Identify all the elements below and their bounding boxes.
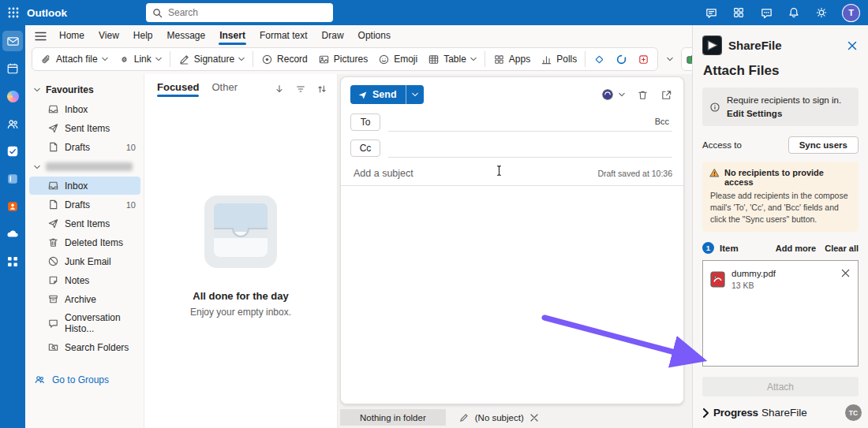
notebook-icon[interactable] bbox=[2, 169, 23, 189]
remove-file-icon[interactable] bbox=[841, 269, 850, 277]
close-draft-icon[interactable] bbox=[530, 414, 538, 422]
to-input[interactable]: Bcc bbox=[388, 113, 672, 132]
to-button[interactable]: To bbox=[350, 114, 380, 131]
attach-file-button[interactable]: Attach file bbox=[36, 50, 113, 69]
go-to-groups-link[interactable]: Go to Groups bbox=[29, 367, 140, 392]
my-templates-button[interactable] bbox=[589, 50, 610, 69]
footer-avatar: TC bbox=[845, 404, 862, 421]
calendar-icon[interactable] bbox=[2, 58, 23, 79]
tab-format-text[interactable]: Format text bbox=[253, 28, 315, 45]
sharefile-logo bbox=[702, 35, 722, 55]
onedrive-icon[interactable] bbox=[2, 224, 23, 244]
addin-button[interactable] bbox=[633, 50, 654, 69]
tab-home[interactable]: Home bbox=[52, 28, 92, 45]
search-input[interactable] bbox=[168, 7, 327, 18]
apps-grid-icon[interactable] bbox=[731, 6, 746, 20]
tab-focused[interactable]: Focused bbox=[157, 81, 199, 97]
folder-deleted-items[interactable]: Deleted Items bbox=[29, 233, 140, 251]
subject-input[interactable]: Add a subject bbox=[354, 168, 413, 179]
empty-inbox-illustration bbox=[203, 194, 279, 270]
link-icon bbox=[118, 54, 130, 65]
tab-view[interactable]: View bbox=[92, 28, 126, 45]
edit-settings-link[interactable]: Edit Settings bbox=[727, 107, 841, 121]
subject-row[interactable]: Add a subject Draft saved at 10:36 bbox=[341, 161, 683, 186]
empty-state: All done for the day Enjoy your empty in… bbox=[144, 101, 337, 428]
record-button[interactable]: Record bbox=[256, 50, 312, 69]
add-more-link[interactable]: Add more bbox=[776, 244, 816, 253]
sent-icon bbox=[47, 218, 59, 229]
folder-search-folders[interactable]: Search Folders bbox=[29, 338, 140, 356]
divider bbox=[253, 51, 253, 67]
folder-conversation-history[interactable]: Conversation Histo... bbox=[29, 309, 140, 337]
folder-inbox[interactable]: Inbox bbox=[29, 177, 140, 195]
favourites-header[interactable]: Favourites bbox=[29, 80, 140, 99]
polls-button[interactable]: Polls bbox=[536, 50, 582, 69]
settings-gear-icon[interactable] bbox=[814, 6, 829, 20]
tab-other[interactable]: Other bbox=[211, 81, 238, 97]
items-row: 1 Item Add more Clear all bbox=[702, 242, 859, 254]
sign-in-info-box: Require recipients to sign in. Edit Sett… bbox=[702, 87, 859, 126]
chat-icon[interactable] bbox=[704, 6, 718, 20]
favourite-drafts[interactable]: Drafts 10 bbox=[29, 138, 140, 156]
compose-toolbar: Send bbox=[341, 77, 683, 109]
link-button[interactable]: Link bbox=[114, 50, 166, 69]
sort-order-icon[interactable] bbox=[316, 84, 327, 95]
attach-button[interactable]: Attach bbox=[702, 377, 859, 396]
bcc-button[interactable]: Bcc bbox=[655, 117, 672, 128]
ribbon-overflow-chevron-icon[interactable] bbox=[662, 52, 678, 66]
send-options-chevron-icon[interactable] bbox=[406, 85, 424, 104]
signature-button[interactable]: Signature bbox=[174, 50, 249, 69]
people-icon[interactable] bbox=[2, 114, 23, 134]
move-down-icon[interactable] bbox=[274, 84, 285, 95]
empty-title: All done for the day bbox=[193, 290, 288, 302]
sync-users-button[interactable]: Sync users bbox=[788, 136, 859, 154]
message-body-input[interactable] bbox=[341, 186, 683, 404]
tab-insert[interactable]: Insert bbox=[212, 28, 253, 45]
more-apps-icon[interactable] bbox=[2, 251, 23, 272]
cc-input[interactable] bbox=[388, 139, 672, 158]
hamburger-menu-icon[interactable] bbox=[28, 28, 52, 45]
message-list: Focused Other bbox=[144, 74, 338, 428]
clear-all-link[interactable]: Clear all bbox=[825, 244, 859, 253]
tab-draw[interactable]: Draw bbox=[315, 28, 351, 45]
folder-sent-items[interactable]: Sent Items bbox=[29, 214, 140, 233]
folder-junk-email[interactable]: Junk Email bbox=[29, 252, 140, 270]
favourite-sent-items[interactable]: Sent Items bbox=[29, 119, 140, 137]
tab-help[interactable]: Help bbox=[126, 28, 160, 45]
open-draft-tab[interactable]: (No subject) bbox=[453, 409, 544, 426]
apps-button[interactable]: Apps bbox=[488, 50, 535, 69]
close-panel-icon[interactable] bbox=[846, 39, 859, 52]
feedback-icon[interactable] bbox=[759, 6, 773, 20]
pictures-button[interactable]: Pictures bbox=[313, 50, 372, 69]
todo-icon[interactable] bbox=[2, 141, 23, 162]
discard-trash-icon[interactable] bbox=[637, 89, 649, 101]
panel-title: ShareFile bbox=[728, 39, 782, 52]
table-button[interactable]: Table bbox=[423, 50, 481, 69]
emoji-button[interactable]: Emoji bbox=[373, 50, 422, 69]
send-button[interactable]: Send bbox=[350, 85, 424, 104]
folder-archive[interactable]: Archive bbox=[29, 290, 140, 308]
topbar-icons: T bbox=[704, 4, 868, 22]
tab-message[interactable]: Message bbox=[160, 28, 213, 45]
open-in-new-window-icon[interactable] bbox=[660, 89, 672, 101]
message-list-header: Focused Other bbox=[144, 74, 337, 101]
account-section-header[interactable] bbox=[29, 157, 140, 176]
folder-notes[interactable]: Notes bbox=[29, 271, 140, 289]
filter-icon[interactable] bbox=[295, 84, 306, 95]
favourite-inbox[interactable]: Inbox bbox=[29, 100, 140, 118]
copilot-icon[interactable] bbox=[2, 86, 23, 106]
loop-component-button[interactable] bbox=[611, 50, 632, 69]
folder-drafts[interactable]: Drafts 10 bbox=[29, 195, 140, 214]
tab-options[interactable]: Options bbox=[351, 28, 398, 45]
search-box[interactable] bbox=[146, 3, 333, 22]
mail-icon[interactable] bbox=[2, 31, 23, 51]
folder-pane: Favourites Inbox Sent Items bbox=[25, 74, 144, 428]
cc-button[interactable]: Cc bbox=[350, 140, 380, 157]
app-launcher-icon[interactable] bbox=[0, 0, 27, 25]
notifications-bell-icon[interactable] bbox=[787, 6, 801, 20]
editor-icon[interactable] bbox=[601, 88, 625, 101]
app-rail bbox=[0, 25, 25, 428]
account-avatar[interactable]: T bbox=[842, 4, 860, 22]
org-explorer-icon[interactable] bbox=[2, 196, 23, 217]
text-cursor-icon bbox=[496, 165, 503, 177]
